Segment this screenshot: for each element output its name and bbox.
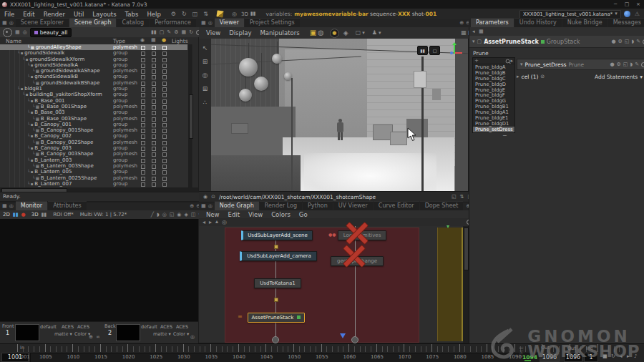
eye-icon[interactable]: ◉ <box>203 195 208 200</box>
prune-item-prune_bldge1[interactable]: Prune_bldgE1 <box>473 115 514 121</box>
link-plus-icon[interactable]: ⊕ <box>89 335 93 340</box>
roi-label[interactable]: ROI Off* <box>53 212 74 217</box>
row-checkbox[interactable] <box>162 134 167 139</box>
scrollbar-thumb[interactable] <box>464 228 469 270</box>
katana-render-icon[interactable] <box>216 10 223 17</box>
monitor-viewport[interactable] <box>0 219 198 321</box>
scenegraph-row-groundsidewalk[interactable]: └▪groundSidewalkgroup <box>0 50 187 56</box>
tab-project-settings[interactable]: Project Settings <box>245 18 300 27</box>
prune-item-prune_bldgf[interactable]: Prune_bldgF <box>473 92 514 98</box>
fit-icon[interactable]: ◱ <box>452 195 457 200</box>
tab-monitor[interactable]: Monitor <box>16 201 47 210</box>
cycle-icon[interactable]: ◎ <box>190 335 195 340</box>
tab-parameters[interactable]: Parameters <box>471 18 514 27</box>
tab-node-graph[interactable]: Node Graph <box>215 201 259 210</box>
pencil-icon[interactable]: ✎ <box>635 62 639 67</box>
panel-grid-icon[interactable]: ▦ <box>2 21 7 26</box>
output-port[interactable] <box>272 336 279 343</box>
close-button[interactable]: × <box>633 1 644 7</box>
out-frame-field[interactable]: 1096 <box>564 353 582 362</box>
popout-icon[interactable]: ⊕ <box>190 204 194 209</box>
search-icon[interactable] <box>506 59 510 63</box>
row-checkbox[interactable] <box>152 105 156 109</box>
prune-item-prune_bldgd1[interactable]: Prune_bldgD1 <box>473 121 514 127</box>
scenegraph-row-b_canopy_002shape[interactable]: └▦B_Canopy_002Shapepolymesh <box>0 140 187 145</box>
prune-item-prune_bldgd[interactable]: Prune_bldgD <box>473 82 514 87</box>
node-usdsublayeradd-scene[interactable]: UsdSubLayerAdd_scene <box>241 230 313 240</box>
tab-undo-history[interactable]: Undo History <box>514 18 562 27</box>
output-port[interactable] <box>351 336 358 343</box>
pause-2d-icon[interactable]: ▮▮ <box>13 212 19 217</box>
viewer-menu-display[interactable]: Display <box>225 29 255 36</box>
nodegraph-menu-go[interactable]: Go <box>295 211 312 218</box>
scenegraph-row-groundsidewalkxform[interactable]: └▪groundSidewalkXformgroup <box>0 57 187 62</box>
nodegraph-menu-new[interactable]: New <box>202 211 224 218</box>
tree-vertical-scrollbar[interactable] <box>188 44 192 187</box>
front-aces-b[interactable]: ACES <box>77 324 89 330</box>
refresh-icon[interactable]: ↻ <box>189 30 193 35</box>
back-icon[interactable]: ◂ <box>203 219 205 225</box>
viewer-menu-manipulators[interactable]: Manipulators <box>256 29 304 36</box>
parameter-node-name[interactable]: AssetPruneStack <box>484 39 539 45</box>
node-assetprunestack-selected[interactable]: AssetPruneStack <box>248 313 305 323</box>
column-lights[interactable]: Lights <box>172 38 188 44</box>
back-aces-b[interactable]: ACES <box>176 324 188 330</box>
scenegraph-row-b_base_003shape[interactable]: └▦B_Base_003Shapepolymesh <box>0 116 187 122</box>
tab-scene-graph[interactable]: Scene Graph <box>69 18 116 27</box>
row-checkbox[interactable] <box>162 87 167 92</box>
node-usdtokatana[interactable]: UsdToKatana1 <box>254 278 301 288</box>
rotate-tool-icon[interactable]: ◎ <box>203 72 208 79</box>
record-icon[interactable]: ● <box>21 212 26 217</box>
collapse-icon[interactable]: ▾ <box>520 62 523 67</box>
tab-performance[interactable]: Performance <box>150 18 196 27</box>
loop-icon[interactable]: ↻ <box>611 354 615 359</box>
row-checkbox[interactable] <box>152 141 156 145</box>
row-checkbox[interactable] <box>162 177 167 181</box>
move-icon[interactable]: ⇅ <box>460 195 464 200</box>
cel-label[interactable]: cel (1) <box>522 74 539 80</box>
scenegraph-row-b_lantern_007[interactable]: └▪B_Lantern_007group <box>0 181 187 187</box>
gear-icon[interactable]: ⚙ <box>618 39 623 44</box>
row-checkbox[interactable] <box>152 134 156 139</box>
forward-icon[interactable]: ▸ <box>209 219 212 225</box>
render-column-icon[interactable]: ▦ <box>151 38 156 43</box>
marquee-icon[interactable]: ▢ <box>356 30 361 36</box>
row-checkbox[interactable] <box>152 82 156 86</box>
row-checkbox[interactable] <box>162 69 167 74</box>
menu-edit[interactable]: Edit <box>19 11 39 18</box>
row-checkbox[interactable] <box>152 75 156 79</box>
row-checkbox[interactable] <box>162 58 167 62</box>
row-checkbox[interactable] <box>141 165 145 169</box>
panel-target-icon[interactable]: ◎ <box>208 21 213 26</box>
pause-3d-icon[interactable]: ▮▮ <box>42 212 47 217</box>
inc-field[interactable]: 1 <box>584 353 598 362</box>
row-checkbox[interactable] <box>162 82 167 86</box>
camera-icon[interactable]: ◫ <box>192 11 198 17</box>
panel-target-icon[interactable]: ◎ <box>208 204 213 209</box>
viewport-pause-button[interactable]: ▮▮ <box>417 46 428 55</box>
row-checkbox[interactable] <box>141 64 145 68</box>
camera-path[interactable]: /root/world/cam/XXX001_shotcam/XXX001_sh… <box>219 194 376 200</box>
multiview-label[interactable]: Multi VW: 1 | 5.72* <box>80 212 127 217</box>
label-2d[interactable]: 2D <box>3 212 10 217</box>
scenegraph-row-groundsidewalkashape[interactable]: └▦groundSidewalkAShapepolymesh <box>0 68 187 74</box>
column-type[interactable]: Type <box>113 38 125 44</box>
scenegraph-row-b_canopy_001[interactable]: └▪B_Canopy_001group <box>0 122 187 127</box>
front-image-swatch[interactable] <box>15 324 39 341</box>
menu-help[interactable]: Help <box>142 11 165 18</box>
row-checkbox[interactable] <box>141 58 145 62</box>
front-value[interactable]: 1 <box>6 330 9 336</box>
row-checkbox[interactable] <box>141 52 145 56</box>
scenegraph-row-b_base_001shape[interactable]: └▦B_Base_001Shapepolymesh <box>0 104 187 109</box>
panel-grid-icon[interactable]: ▦ <box>201 204 206 209</box>
row-checkbox[interactable] <box>162 93 167 97</box>
display-icon[interactable]: ◫ <box>191 212 196 217</box>
swap-icon[interactable]: ⇅ <box>203 11 208 17</box>
scenegraph-row-b_base_001[interactable]: └▪B_Base_001group <box>0 98 187 104</box>
row-checkbox[interactable] <box>162 152 167 157</box>
sync-status-icon[interactable] <box>624 11 630 17</box>
expand-icon[interactable]: ◱ <box>623 62 628 67</box>
scenegraph-row-b_lantern_005[interactable]: └▪B_Lantern_005group <box>0 169 187 175</box>
chevron-right-icon[interactable]: ▸ <box>510 59 513 64</box>
scale-tool-icon[interactable]: ⊞ <box>203 85 208 92</box>
